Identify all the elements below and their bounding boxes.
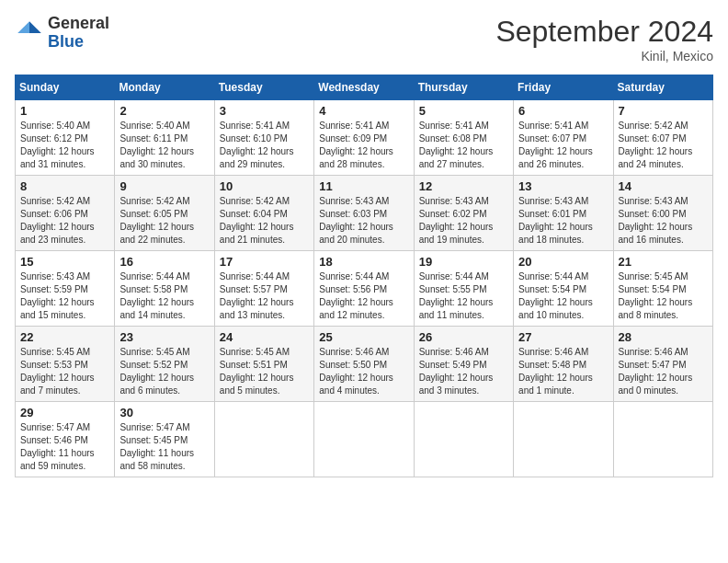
day-info: Sunrise: 5:41 AM Sunset: 6:08 PM Dayligh… xyxy=(419,120,508,171)
day-info: Sunrise: 5:43 AM Sunset: 6:03 PM Dayligh… xyxy=(319,195,408,247)
table-row: 20 Sunrise: 5:44 AM Sunset: 5:54 PM Dayl… xyxy=(514,251,613,327)
table-row: 11 Sunrise: 5:43 AM Sunset: 6:03 PM Dayl… xyxy=(314,176,414,251)
calendar-header-row: Sunday Monday Tuesday Wednesday Thursday… xyxy=(16,75,713,100)
col-wednesday: Wednesday xyxy=(314,75,414,100)
logo-general-text: General xyxy=(48,14,109,32)
day-number: 20 xyxy=(518,255,608,269)
logo-icon xyxy=(15,18,44,48)
table-row: 2 Sunrise: 5:40 AM Sunset: 6:11 PM Dayli… xyxy=(115,100,214,176)
table-row: 27 Sunrise: 5:46 AM Sunset: 5:48 PM Dayl… xyxy=(514,327,613,402)
day-info: Sunrise: 5:43 AM Sunset: 6:00 PM Dayligh… xyxy=(619,195,708,247)
day-number: 28 xyxy=(619,330,708,344)
col-sunday: Sunday xyxy=(16,75,115,100)
day-number: 15 xyxy=(20,255,109,269)
day-number: 1 xyxy=(20,104,109,118)
table-row: 7 Sunrise: 5:42 AM Sunset: 6:07 PM Dayli… xyxy=(613,100,712,176)
day-number: 12 xyxy=(419,179,508,193)
day-info: Sunrise: 5:47 AM Sunset: 5:45 PM Dayligh… xyxy=(119,421,209,473)
page-header: General Blue September 2024 Kinil, Mexic… xyxy=(15,15,713,63)
day-info: Sunrise: 5:44 AM Sunset: 5:57 PM Dayligh… xyxy=(220,270,309,322)
day-info: Sunrise: 5:44 AM Sunset: 5:58 PM Dayligh… xyxy=(119,270,209,322)
day-info: Sunrise: 5:40 AM Sunset: 6:11 PM Dayligh… xyxy=(119,120,209,171)
table-row: 15 Sunrise: 5:43 AM Sunset: 5:59 PM Dayl… xyxy=(16,251,115,327)
day-info: Sunrise: 5:43 AM Sunset: 6:02 PM Dayligh… xyxy=(419,195,508,247)
table-row xyxy=(414,402,513,477)
col-thursday: Thursday xyxy=(414,75,513,100)
day-info: Sunrise: 5:46 AM Sunset: 5:49 PM Dayligh… xyxy=(419,346,508,397)
table-row: 28 Sunrise: 5:46 AM Sunset: 5:47 PM Dayl… xyxy=(613,327,712,402)
table-row: 30 Sunrise: 5:47 AM Sunset: 5:45 PM Dayl… xyxy=(115,402,214,477)
table-row: 5 Sunrise: 5:41 AM Sunset: 6:08 PM Dayli… xyxy=(414,100,513,176)
calendar-body: 1 Sunrise: 5:40 AM Sunset: 6:12 PM Dayli… xyxy=(16,100,713,477)
table-row xyxy=(514,402,613,477)
day-info: Sunrise: 5:42 AM Sunset: 6:06 PM Dayligh… xyxy=(20,195,109,247)
day-info: Sunrise: 5:46 AM Sunset: 5:47 PM Dayligh… xyxy=(619,346,708,397)
day-number: 14 xyxy=(619,179,708,193)
day-number: 29 xyxy=(20,406,109,419)
table-row: 19 Sunrise: 5:44 AM Sunset: 5:55 PM Dayl… xyxy=(414,251,513,327)
col-monday: Monday xyxy=(115,75,214,100)
day-number: 24 xyxy=(220,330,309,344)
day-number: 4 xyxy=(319,104,408,118)
logo-blue-text: Blue xyxy=(48,32,84,51)
table-row: 10 Sunrise: 5:42 AM Sunset: 6:04 PM Dayl… xyxy=(214,176,313,251)
day-info: Sunrise: 5:41 AM Sunset: 6:07 PM Dayligh… xyxy=(518,120,608,171)
day-number: 7 xyxy=(619,104,708,118)
calendar-week-row: 1 Sunrise: 5:40 AM Sunset: 6:12 PM Dayli… xyxy=(16,100,713,176)
table-row: 14 Sunrise: 5:43 AM Sunset: 6:00 PM Dayl… xyxy=(613,176,712,251)
day-info: Sunrise: 5:47 AM Sunset: 5:46 PM Dayligh… xyxy=(20,421,109,473)
table-row: 18 Sunrise: 5:44 AM Sunset: 5:56 PM Dayl… xyxy=(314,251,414,327)
day-info: Sunrise: 5:43 AM Sunset: 6:01 PM Dayligh… xyxy=(518,195,608,247)
day-number: 2 xyxy=(119,104,209,118)
table-row: 13 Sunrise: 5:43 AM Sunset: 6:01 PM Dayl… xyxy=(514,176,613,251)
table-row: 9 Sunrise: 5:42 AM Sunset: 6:05 PM Dayli… xyxy=(115,176,214,251)
table-row: 21 Sunrise: 5:45 AM Sunset: 5:54 PM Dayl… xyxy=(613,251,712,327)
day-info: Sunrise: 5:44 AM Sunset: 5:55 PM Dayligh… xyxy=(419,270,508,322)
logo: General Blue xyxy=(15,15,109,52)
day-number: 11 xyxy=(319,179,408,193)
table-row: 29 Sunrise: 5:47 AM Sunset: 5:46 PM Dayl… xyxy=(16,402,115,477)
table-row: 24 Sunrise: 5:45 AM Sunset: 5:51 PM Dayl… xyxy=(214,327,313,402)
day-number: 6 xyxy=(518,104,608,118)
table-row: 1 Sunrise: 5:40 AM Sunset: 6:12 PM Dayli… xyxy=(16,100,115,176)
table-row: 25 Sunrise: 5:46 AM Sunset: 5:50 PM Dayl… xyxy=(314,327,414,402)
table-row: 23 Sunrise: 5:45 AM Sunset: 5:52 PM Dayl… xyxy=(115,327,214,402)
calendar-week-row: 22 Sunrise: 5:45 AM Sunset: 5:53 PM Dayl… xyxy=(16,327,713,402)
day-info: Sunrise: 5:41 AM Sunset: 6:09 PM Dayligh… xyxy=(319,120,408,171)
day-number: 23 xyxy=(119,330,209,344)
calendar-table: Sunday Monday Tuesday Wednesday Thursday… xyxy=(15,75,713,477)
day-number: 10 xyxy=(220,179,309,193)
day-number: 25 xyxy=(319,330,408,344)
calendar-week-row: 8 Sunrise: 5:42 AM Sunset: 6:06 PM Dayli… xyxy=(16,176,713,251)
day-info: Sunrise: 5:46 AM Sunset: 5:50 PM Dayligh… xyxy=(319,346,408,397)
day-info: Sunrise: 5:45 AM Sunset: 5:53 PM Dayligh… xyxy=(20,346,109,397)
day-info: Sunrise: 5:43 AM Sunset: 5:59 PM Dayligh… xyxy=(20,270,109,322)
col-friday: Friday xyxy=(514,75,613,100)
day-number: 9 xyxy=(119,179,209,193)
table-row: 8 Sunrise: 5:42 AM Sunset: 6:06 PM Dayli… xyxy=(16,176,115,251)
calendar-week-row: 15 Sunrise: 5:43 AM Sunset: 5:59 PM Dayl… xyxy=(16,251,713,327)
calendar-week-row: 29 Sunrise: 5:47 AM Sunset: 5:46 PM Dayl… xyxy=(16,402,713,477)
day-number: 16 xyxy=(119,255,209,269)
day-number: 30 xyxy=(119,406,209,419)
day-info: Sunrise: 5:41 AM Sunset: 6:10 PM Dayligh… xyxy=(220,120,309,171)
day-number: 22 xyxy=(20,330,109,344)
table-row xyxy=(613,402,712,477)
table-row: 4 Sunrise: 5:41 AM Sunset: 6:09 PM Dayli… xyxy=(314,100,414,176)
day-info: Sunrise: 5:42 AM Sunset: 6:05 PM Dayligh… xyxy=(119,195,209,247)
day-number: 18 xyxy=(319,255,408,269)
day-info: Sunrise: 5:44 AM Sunset: 5:54 PM Dayligh… xyxy=(518,270,608,322)
month-title: September 2024 xyxy=(495,15,713,49)
col-saturday: Saturday xyxy=(613,75,712,100)
table-row: 22 Sunrise: 5:45 AM Sunset: 5:53 PM Dayl… xyxy=(16,327,115,402)
day-info: Sunrise: 5:45 AM Sunset: 5:52 PM Dayligh… xyxy=(119,346,209,397)
table-row: 12 Sunrise: 5:43 AM Sunset: 6:02 PM Dayl… xyxy=(414,176,513,251)
day-info: Sunrise: 5:40 AM Sunset: 6:12 PM Dayligh… xyxy=(20,120,109,171)
table-row xyxy=(314,402,414,477)
day-info: Sunrise: 5:46 AM Sunset: 5:48 PM Dayligh… xyxy=(518,346,608,397)
svg-marker-1 xyxy=(17,21,29,33)
location-text: Kinil, Mexico xyxy=(495,49,713,63)
day-number: 13 xyxy=(518,179,608,193)
table-row: 16 Sunrise: 5:44 AM Sunset: 5:58 PM Dayl… xyxy=(115,251,214,327)
table-row: 17 Sunrise: 5:44 AM Sunset: 5:57 PM Dayl… xyxy=(214,251,313,327)
